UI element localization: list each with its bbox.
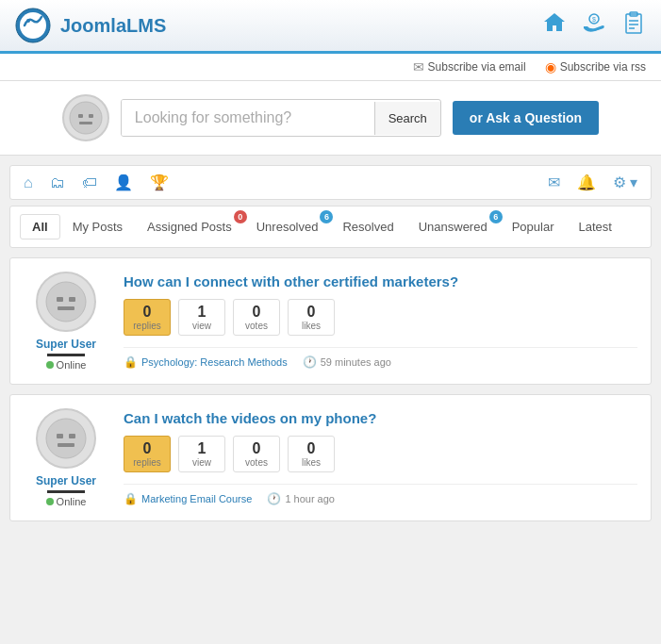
post-category[interactable]: Psychology: Research Methods — [141, 356, 288, 368]
subscribe-email-label: Subscribe via email — [428, 60, 526, 74]
svg-point-2 — [26, 19, 30, 23]
search-button[interactable]: Search — [374, 102, 440, 135]
svg-point-18 — [46, 419, 86, 458]
post-card: Super User Online Can I watch the videos… — [9, 394, 652, 521]
tab-all[interactable]: All — [20, 214, 60, 239]
stat-replies: 0 replies — [124, 299, 171, 336]
post-time: 59 minutes ago — [321, 356, 391, 368]
toolbar-bell-icon[interactable]: 🔔 — [573, 172, 600, 193]
username: Super User — [36, 474, 96, 487]
hand-coin-icon[interactable]: $ — [582, 10, 606, 41]
toolbar-user-icon[interactable]: 👤 — [110, 172, 137, 193]
svg-rect-5 — [626, 14, 641, 33]
tab-my-posts[interactable]: My Posts — [60, 214, 135, 239]
stat-likes: 0 likes — [288, 299, 335, 336]
avatar — [36, 272, 96, 332]
post-user: Super User Online — [24, 408, 108, 507]
post-category[interactable]: Marketing Email Course — [141, 493, 252, 504]
rss-icon: ◉ — [545, 59, 556, 74]
subscribe-rss-link[interactable]: ◉ Subscribe via rss — [545, 59, 646, 74]
post-category-item: 🔒 Psychology: Research Methods — [124, 355, 288, 369]
clipboard-icon[interactable] — [621, 10, 646, 41]
post-content: Can I watch the videos on my phone? 0 re… — [124, 408, 637, 505]
post-category-item: 🔒 Marketing Email Course — [124, 492, 252, 505]
toolbar: ⌂ 🗂 🏷 👤 🏆 ✉ 🔔 ⚙ ▾ — [9, 165, 652, 200]
user-status-bar — [47, 354, 85, 356]
post-user: Super User Online — [24, 272, 108, 371]
clock-icon: 🕐 — [267, 492, 281, 505]
header: JoomlaLMS $ — [0, 0, 661, 54]
ask-question-button[interactable]: or Ask a Question — [453, 101, 599, 135]
svg-point-14 — [46, 282, 86, 322]
svg-rect-13 — [79, 122, 92, 124]
toolbar-trophy-icon[interactable]: 🏆 — [146, 172, 173, 193]
search-placeholder: Looking for something? — [122, 100, 374, 136]
mascot-avatar — [62, 94, 109, 141]
user-online-status: Online — [46, 359, 87, 371]
tab-unresolved[interactable]: Unresolved 6 — [244, 214, 331, 239]
lock-icon: 🔒 — [124, 355, 138, 369]
online-indicator — [46, 498, 54, 505]
username: Super User — [36, 338, 96, 351]
svg-rect-11 — [78, 114, 83, 118]
stat-views: 1 view — [178, 299, 225, 336]
home-icon[interactable] — [542, 10, 567, 41]
tab-assigned-posts[interactable]: Assigned Posts 0 — [135, 214, 244, 239]
tabs-bar: All My Posts Assigned Posts 0 Unresolved… — [9, 206, 652, 248]
post-card: Super User Online How can I connect with… — [9, 257, 652, 385]
svg-rect-20 — [69, 434, 75, 438]
tab-resolved[interactable]: Resolved — [330, 214, 405, 239]
subscribe-email-link[interactable]: ✉ Subscribe via email — [413, 59, 526, 74]
logo-icon — [15, 8, 51, 43]
search-area: Looking for something? Search or Ask a Q… — [0, 81, 661, 156]
toolbar-gear-icon[interactable]: ⚙ ▾ — [609, 172, 641, 193]
tab-latest[interactable]: Latest — [566, 214, 623, 239]
post-stats: 0 replies 1 view 0 votes 0 likes — [124, 299, 637, 336]
online-indicator — [46, 361, 54, 369]
stat-votes: 0 votes — [233, 299, 280, 336]
toolbar-tag-icon[interactable]: 🏷 — [78, 173, 101, 193]
toolbar-left: ⌂ 🗂 🏷 👤 🏆 — [20, 172, 173, 193]
svg-rect-19 — [57, 434, 63, 438]
posts-list: Super User Online How can I connect with… — [9, 257, 652, 521]
svg-rect-16 — [69, 297, 75, 302]
clock-icon: 🕐 — [303, 355, 317, 369]
stat-replies: 0 replies — [124, 436, 171, 472]
svg-point-10 — [70, 102, 102, 134]
email-icon: ✉ — [413, 59, 424, 74]
subscribe-bar: ✉ Subscribe via email ◉ Subscribe via rs… — [0, 54, 661, 81]
post-title[interactable]: Can I watch the videos on my phone? — [124, 408, 637, 428]
app-title: JoomlaLMS — [60, 15, 166, 37]
toolbar-folder-icon[interactable]: 🗂 — [46, 173, 69, 193]
post-time-item: 🕐 59 minutes ago — [303, 355, 391, 369]
header-icon-group: $ — [542, 10, 646, 41]
stat-votes: 0 votes — [233, 436, 280, 472]
post-time: 1 hour ago — [285, 493, 335, 504]
svg-rect-12 — [89, 114, 93, 118]
lock-icon: 🔒 — [124, 492, 138, 505]
stat-likes: 0 likes — [288, 436, 335, 472]
stat-views: 1 view — [178, 436, 225, 472]
search-box: Looking for something? Search — [121, 99, 441, 137]
post-time-item: 🕐 1 hour ago — [267, 492, 335, 505]
svg-rect-15 — [57, 297, 63, 302]
svg-rect-21 — [58, 443, 74, 447]
post-meta: 🔒 Marketing Email Course 🕐 1 hour ago — [124, 484, 637, 505]
tab-popular[interactable]: Popular — [500, 214, 567, 239]
avatar — [36, 408, 96, 469]
subscribe-rss-label: Subscribe via rss — [560, 60, 646, 74]
toolbar-right: ✉ 🔔 ⚙ ▾ — [544, 172, 641, 193]
post-meta: 🔒 Psychology: Research Methods 🕐 59 minu… — [124, 347, 637, 369]
post-title[interactable]: How can I connect with other certified m… — [124, 272, 637, 291]
tab-unanswered[interactable]: Unanswered 6 — [406, 214, 500, 239]
toolbar-envelope-icon[interactable]: ✉ — [544, 172, 564, 193]
post-stats: 0 replies 1 view 0 votes 0 likes — [124, 436, 637, 472]
toolbar-home-icon[interactable]: ⌂ — [20, 173, 37, 193]
logo-area: JoomlaLMS — [15, 8, 166, 43]
post-content: How can I connect with other certified m… — [124, 272, 637, 369]
svg-rect-17 — [58, 306, 74, 310]
user-status-bar — [47, 490, 85, 493]
user-online-status: Online — [46, 496, 87, 507]
svg-text:$: $ — [592, 16, 596, 23]
